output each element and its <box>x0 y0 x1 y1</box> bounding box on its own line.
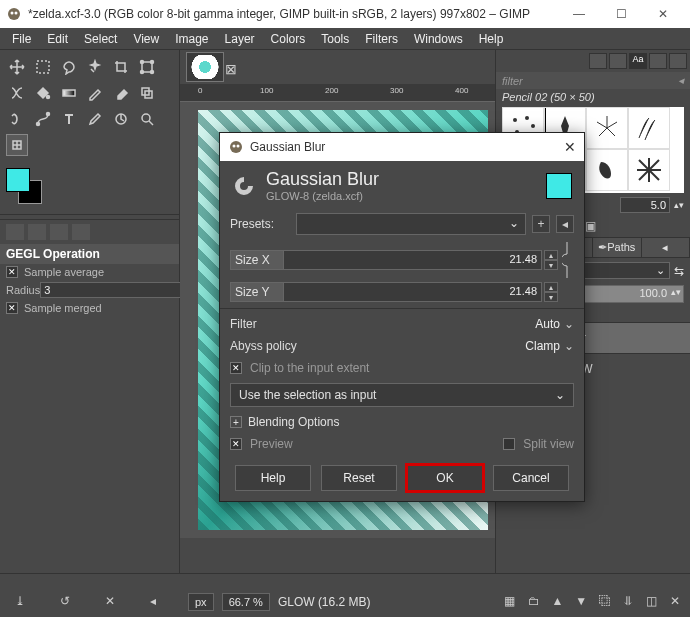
dock-tab-2[interactable] <box>609 53 627 69</box>
menu-edit[interactable]: Edit <box>41 30 74 48</box>
paths-tab[interactable]: ✒Paths <box>593 238 642 257</box>
preset-menu-button[interactable]: ◂ <box>556 215 574 233</box>
menu-select[interactable]: Select <box>78 30 123 48</box>
help-button[interactable]: Help <box>235 465 311 491</box>
menu-help[interactable]: Help <box>473 30 510 48</box>
panel-menu[interactable]: ◂ <box>642 238 691 257</box>
filter-dropdown[interactable]: ⌄ <box>564 317 574 331</box>
layer-group-icon[interactable]: 🗀 <box>528 594 544 610</box>
sample-average-checkbox[interactable] <box>6 266 18 278</box>
brush-spacing-input[interactable] <box>620 197 670 213</box>
menu-icon[interactable]: ◂ <box>150 594 166 610</box>
zoom-select[interactable]: 66.7 % <box>222 593 270 611</box>
new-layer-icon[interactable]: ▦ <box>504 594 520 610</box>
fg-color[interactable] <box>6 168 30 192</box>
size-y-slider[interactable]: 21.48 <box>284 282 542 302</box>
tool-smudge[interactable] <box>6 108 28 130</box>
menu-windows[interactable]: Windows <box>408 30 469 48</box>
unit-select[interactable]: px <box>188 593 214 611</box>
tool-rect-select[interactable] <box>32 56 54 78</box>
tool-eraser[interactable] <box>110 82 132 104</box>
size-x-spinner[interactable]: ▴▾ <box>544 250 558 270</box>
image-tab-1[interactable]: ⊠ <box>186 52 224 82</box>
radius-input[interactable] <box>40 282 186 298</box>
menu-colors[interactable]: Colors <box>265 30 312 48</box>
tool-zoom[interactable] <box>136 108 158 130</box>
open-brush-icon[interactable]: ▣ <box>585 219 596 233</box>
preset-add-button[interactable]: + <box>532 215 550 233</box>
tool-free-select[interactable] <box>58 56 80 78</box>
merge-layer-icon[interactable]: ⥥ <box>623 594 639 610</box>
preview-checkbox[interactable] <box>230 438 242 450</box>
fg-bg-colors[interactable] <box>6 168 50 208</box>
link-chain-icon[interactable] <box>560 240 574 280</box>
tool-warp[interactable] <box>6 82 28 104</box>
tool-measure[interactable] <box>110 108 132 130</box>
abyss-dropdown[interactable]: ⌄ <box>564 339 574 353</box>
minimize-button[interactable]: — <box>558 0 600 28</box>
tool-path[interactable] <box>32 108 54 130</box>
spinner-icon[interactable]: ▴▾ <box>674 200 684 210</box>
image-tab-close-icon[interactable]: ⊠ <box>225 61 237 77</box>
dock-tab-5[interactable] <box>669 53 687 69</box>
sample-merged-checkbox[interactable] <box>6 302 18 314</box>
use-selection-select[interactable]: Use the selection as input ⌄ <box>230 383 574 407</box>
size-y-label: Size Y <box>230 282 284 302</box>
menu-image[interactable]: Image <box>169 30 214 48</box>
ruler-tick: 200 <box>325 86 338 95</box>
tool-crop[interactable] <box>110 56 132 78</box>
del-layer-icon[interactable]: ✕ <box>670 594 686 610</box>
toolbox <box>0 50 179 162</box>
save-icon[interactable]: ⤓ <box>15 594 31 610</box>
lower-layer-icon[interactable]: ▼ <box>575 594 591 610</box>
menu-filters[interactable]: Filters <box>359 30 404 48</box>
tool-gradient[interactable] <box>58 82 80 104</box>
tool-fuzzy-select[interactable] <box>84 56 106 78</box>
toolopt-tab-4[interactable] <box>72 224 90 240</box>
tool-transform[interactable] <box>136 56 158 78</box>
dup-layer-icon[interactable]: ⿻ <box>599 594 615 610</box>
tool-move[interactable] <box>6 56 28 78</box>
svg-point-7 <box>141 71 144 74</box>
revert-icon[interactable]: ↺ <box>60 594 76 610</box>
svg-point-16 <box>142 114 150 122</box>
ok-button[interactable]: OK <box>407 465 483 491</box>
size-x-label: Size X <box>230 250 284 270</box>
tool-gegl[interactable] <box>6 134 28 156</box>
sample-average-label: Sample average <box>24 266 104 278</box>
dock-tab-1[interactable] <box>589 53 607 69</box>
tool-pencil[interactable] <box>84 82 106 104</box>
size-y-spinner[interactable]: ▴▾ <box>544 282 558 302</box>
size-x-slider[interactable]: 21.48 <box>284 250 542 270</box>
toolopt-tab-3[interactable] <box>50 224 68 240</box>
tool-text[interactable] <box>58 108 80 130</box>
dialog-close-button[interactable]: ✕ <box>564 139 576 155</box>
split-view-checkbox[interactable] <box>503 438 515 450</box>
mode-swap-icon[interactable]: ⇆ <box>674 264 684 278</box>
reset-button[interactable]: Reset <box>321 465 397 491</box>
blending-expand[interactable]: + <box>230 416 242 428</box>
dialog-titlebar[interactable]: Gaussian Blur ✕ <box>220 133 584 161</box>
presets-select[interactable]: ⌄ <box>296 213 526 235</box>
svg-rect-3 <box>37 61 49 73</box>
menu-tools[interactable]: Tools <box>315 30 355 48</box>
toolopt-tab-1[interactable] <box>6 224 24 240</box>
dock-tab-3[interactable]: Aa <box>629 53 647 69</box>
raise-layer-icon[interactable]: ▲ <box>551 594 567 610</box>
tool-clone[interactable] <box>136 82 158 104</box>
close-button[interactable]: ✕ <box>642 0 684 28</box>
cancel-button[interactable]: Cancel <box>493 465 569 491</box>
maximize-button[interactable]: ☐ <box>600 0 642 28</box>
dock-tab-4[interactable] <box>649 53 667 69</box>
toolopt-tab-2[interactable] <box>28 224 46 240</box>
tool-color-picker[interactable] <box>84 108 106 130</box>
svg-point-9 <box>47 96 50 99</box>
clip-checkbox[interactable] <box>230 362 242 374</box>
brush-filter[interactable]: filter ◂ <box>496 72 690 89</box>
tool-bucket[interactable] <box>32 82 54 104</box>
menu-file[interactable]: File <box>6 30 37 48</box>
mask-icon[interactable]: ◫ <box>646 594 662 610</box>
delete-icon[interactable]: ✕ <box>105 594 121 610</box>
menu-layer[interactable]: Layer <box>219 30 261 48</box>
menu-view[interactable]: View <box>127 30 165 48</box>
